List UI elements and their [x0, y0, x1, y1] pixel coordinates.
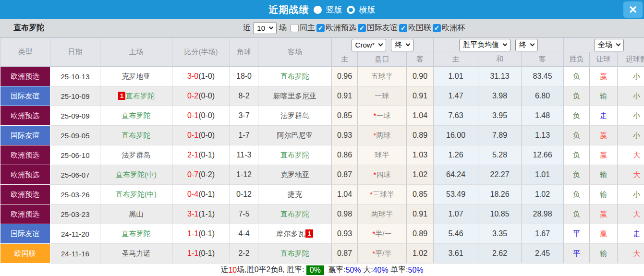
radio-vertical-layout[interactable]: [314, 6, 322, 14]
cell-score: 0-1(0-0): [172, 106, 230, 126]
cell-match-type: 国际友谊: [0, 224, 50, 244]
cell-crow-home-odds: 0.98: [332, 204, 358, 224]
header-corner: 角球: [230, 38, 258, 67]
radio-horizontal-layout[interactable]: [347, 6, 355, 14]
home-team-name: 直布罗陀: [122, 229, 151, 238]
cell-crow-away-odds: 0.91: [407, 204, 434, 224]
league-checkbox[interactable]: ✓: [399, 24, 407, 32]
cell-away-team: 捷克: [258, 185, 332, 204]
cell-avg-home: 1.47: [434, 86, 478, 106]
odds-period-select[interactable]: 终: [391, 39, 413, 51]
cell-corner: 0-12: [230, 185, 258, 204]
cell-score: 0-7(0-2): [172, 165, 230, 185]
cell-goals-result: 大: [618, 145, 644, 165]
handicap-text: 两球半: [371, 210, 393, 218]
cell-avg-draw: 22.27: [478, 165, 522, 185]
handicap-text: 三球半: [373, 190, 394, 198]
chevron-down-icon: [503, 42, 508, 47]
radio-vertical-label[interactable]: 竖版: [326, 4, 342, 15]
halftime-score: (0-0): [198, 131, 215, 139]
chevron-down-icon: [378, 42, 383, 47]
cell-handicap-result: 赢: [590, 204, 618, 224]
cell-wdl-result: 负: [564, 126, 590, 145]
odds-period-value: 终: [395, 40, 402, 49]
cell-match-type: 国际友谊: [0, 86, 50, 106]
cell-avg-away: 12.66: [522, 145, 564, 165]
cell-score: 2-1(0-1): [172, 145, 230, 165]
league-checkbox[interactable]: ✓: [358, 24, 366, 32]
cell-match-type: 欧洲预选: [0, 165, 50, 185]
cell-avg-away: 6.80: [522, 86, 564, 106]
cell-handicap: *四球: [358, 165, 407, 185]
cell-wdl-result: 负: [564, 145, 590, 165]
fulltime-score: 0-7: [187, 170, 198, 179]
average-odds-select[interactable]: 胜平负均值: [459, 39, 510, 51]
close-button[interactable]: ×: [623, 1, 643, 18]
halftime-score: (0-2): [198, 170, 215, 179]
subheader-handicap: 盘口: [358, 52, 407, 67]
fulltime-score: 0-1: [187, 111, 198, 120]
home-team-name: 直布罗陀(中): [116, 190, 157, 198]
fulltime-select[interactable]: 全场: [594, 39, 624, 51]
league-label: 欧国联: [408, 23, 431, 33]
cell-home-team: 1直布罗陀: [100, 86, 172, 106]
chevron-down-icon: [616, 42, 621, 47]
handicap-text: 一球: [376, 111, 390, 120]
league-checkbox[interactable]: ✓: [316, 24, 325, 32]
recent-label: 近: [243, 23, 251, 33]
cell-home-team: 圣马力诺: [100, 244, 172, 264]
cell-away-team: 克罗地亚: [258, 165, 332, 185]
table-row: 欧洲预选25-03-23黑山3-1(1-1)7-5直布罗陀0.98两球半0.91…: [0, 204, 644, 224]
cell-away-team: 直布罗陀: [258, 244, 332, 264]
average-period-select[interactable]: 终: [515, 39, 538, 51]
cell-crow-home-odds: 0.91: [332, 86, 358, 106]
recent-count-select[interactable]: 10: [253, 22, 277, 34]
table-row: 欧国联24-11-16圣马力诺1-1(0-1)2-2直布罗陀0.87*平/半1.…: [0, 244, 644, 264]
cell-date: 25-09-09: [50, 106, 100, 126]
same-home-label: 同主: [300, 23, 315, 33]
cell-date: 24-11-16: [50, 244, 100, 264]
cell-handicap-result: 赢: [590, 145, 618, 165]
cell-wdl-result: 平: [564, 244, 590, 264]
radio-horizontal-label[interactable]: 横版: [359, 4, 376, 15]
average-period-value: 终: [519, 40, 526, 49]
cell-avg-home: 16.00: [434, 126, 478, 145]
red-card-badge: 1: [305, 229, 313, 238]
same-home-checkbox[interactable]: [291, 24, 299, 32]
cell-handicap-result: 走: [590, 106, 618, 126]
cell-home-team: 法罗群岛: [100, 145, 172, 165]
home-team-name: 直布罗陀: [122, 131, 151, 139]
cell-home-team: 直布罗陀(中): [100, 165, 172, 185]
cell-goals-result: 小: [618, 67, 644, 86]
odds-company-value: Crow*: [355, 41, 375, 49]
header-home: 主场: [100, 38, 172, 67]
cell-wdl-result: 负: [564, 185, 590, 204]
cell-handicap: *半/一: [358, 224, 407, 244]
table-row: 欧洲预选25-09-09直布罗陀0-1(0-0)3-7法罗群岛0.85*一球1.…: [0, 106, 644, 126]
table-row: 欧洲预选25-06-07直布罗陀(中)0-7(0-2)1-12克罗地亚0.87*…: [0, 165, 644, 185]
cell-avg-away: 1.13: [522, 126, 564, 145]
cell-match-type: 欧国联: [0, 244, 50, 264]
cell-handicap-result: 输: [590, 244, 618, 264]
odds-company-select[interactable]: Crow*: [352, 39, 387, 51]
cell-avg-away: 83.45: [522, 67, 564, 86]
cell-corner: 1-12: [230, 165, 258, 185]
cell-home-team: 克罗地亚: [100, 67, 172, 86]
cell-crow-away-odds: 0.85: [407, 185, 434, 204]
cell-home-team: 直布罗陀: [100, 106, 172, 126]
cell-away-team: 新喀里多尼亚: [258, 86, 332, 106]
cell-handicap: 两球半: [358, 204, 407, 224]
home-team-name: 圣马力诺: [122, 249, 151, 257]
dialog-title: 近期战绩: [269, 3, 309, 16]
handicap-text: 五球半: [371, 72, 393, 80]
summary-text: 近: [220, 265, 228, 275]
cell-crow-away-odds: 0.89: [407, 224, 434, 244]
cell-goals-result: 小: [618, 86, 644, 106]
cell-avg-away: 1.48: [522, 106, 564, 126]
cell-wdl-result: 负: [564, 204, 590, 224]
cell-crow-away-odds: 1.02: [407, 165, 434, 185]
league-checkbox[interactable]: ✓: [433, 24, 441, 32]
halftime-score: (0-0): [198, 111, 215, 120]
home-team-name: 黑山: [129, 210, 144, 218]
cell-crow-away-odds: 1.03: [407, 145, 434, 165]
